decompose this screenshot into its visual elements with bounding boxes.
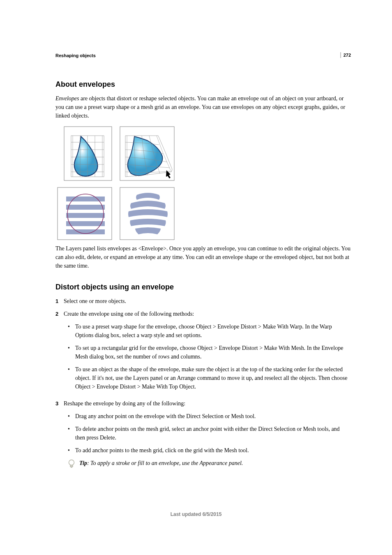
step-2-text: Create the envelope using one of the fol… bbox=[64, 311, 194, 317]
step-3: 3 Reshape the envelope by doing any of t… bbox=[55, 399, 351, 471]
list-item: • To delete anchor points on the mesh gr… bbox=[64, 425, 351, 442]
svg-rect-15 bbox=[66, 205, 105, 210]
heading-about-envelopes: About envelopes bbox=[55, 79, 351, 90]
intro-paragraph: Envelopes are objects that distort or re… bbox=[55, 94, 351, 120]
chapter-header: Reshaping objects bbox=[55, 52, 351, 59]
list-item: • Drag any anchor point on the envelope … bbox=[64, 412, 351, 421]
page-content: Reshaping objects About envelopes Envelo… bbox=[0, 0, 392, 471]
step-number: 3 bbox=[55, 399, 64, 471]
bullet-icon: • bbox=[68, 412, 75, 421]
tip-body: : To apply a stroke or fill to an envelo… bbox=[87, 460, 243, 466]
envelope-illustration bbox=[55, 126, 177, 241]
envelope-figure bbox=[55, 126, 351, 241]
step-3-bullets: • Drag any anchor point on the envelope … bbox=[64, 412, 351, 455]
step-1-text: Select one or more objects. bbox=[64, 297, 351, 305]
svg-rect-17 bbox=[66, 221, 105, 226]
bullet-icon: • bbox=[68, 425, 75, 442]
step-1: 1 Select one or more objects. bbox=[55, 297, 351, 305]
bullet-text: To use a preset warp shape for the envel… bbox=[75, 322, 351, 340]
list-item: • To use a preset warp shape for the env… bbox=[64, 322, 351, 340]
bullet-icon: • bbox=[68, 322, 75, 340]
bullet-icon: • bbox=[68, 344, 75, 361]
figure-caption: The Layers panel lists envelopes as <Env… bbox=[55, 244, 351, 270]
heading-distort-objects: Distort objects using an envelope bbox=[55, 282, 351, 293]
bullet-text: Drag any anchor point on the envelope wi… bbox=[75, 412, 351, 421]
bullet-text: To add anchor points to the mesh grid, c… bbox=[75, 446, 351, 455]
step-3-content: Reshape the envelope by doing any of the… bbox=[64, 399, 351, 471]
page-number: 272 bbox=[340, 52, 351, 58]
tip-row: Tip: To apply a stroke or fill to an env… bbox=[64, 459, 351, 471]
list-item: • To add anchor points to the mesh grid,… bbox=[64, 446, 351, 455]
svg-rect-16 bbox=[66, 213, 105, 218]
step-2: 2 Create the envelope using one of the f… bbox=[55, 310, 351, 395]
step-2-bullets: • To use a preset warp shape for the env… bbox=[64, 322, 351, 391]
intro-text: are objects that distort or reshape sele… bbox=[55, 95, 345, 119]
bullet-text: To delete anchor points on the mesh grid… bbox=[75, 425, 351, 442]
svg-point-21 bbox=[69, 460, 74, 465]
tip-text: Tip: To apply a stroke or fill to an env… bbox=[79, 459, 351, 467]
step-number: 2 bbox=[55, 310, 64, 395]
steps-list: 1 Select one or more objects. 2 Create t… bbox=[55, 297, 351, 471]
bullet-text: To use an object as the shape of the env… bbox=[75, 365, 351, 391]
list-item: • To set up a rectangular grid for the e… bbox=[64, 344, 351, 361]
step-3-text: Reshape the envelope by doing any of the… bbox=[64, 400, 185, 407]
bullet-icon: • bbox=[68, 446, 75, 455]
bullet-text: To set up a rectangular grid for the env… bbox=[75, 344, 351, 361]
lightbulb-icon bbox=[68, 459, 79, 471]
step-2-content: Create the envelope using one of the fol… bbox=[64, 310, 351, 395]
bullet-icon: • bbox=[68, 365, 75, 391]
tip-label: Tip bbox=[79, 460, 87, 466]
step-number: 1 bbox=[55, 297, 64, 305]
list-item: • To use an object as the shape of the e… bbox=[64, 365, 351, 391]
envelopes-term: Envelopes bbox=[55, 95, 79, 102]
footer-last-updated: Last updated 6/5/2015 bbox=[0, 511, 392, 518]
